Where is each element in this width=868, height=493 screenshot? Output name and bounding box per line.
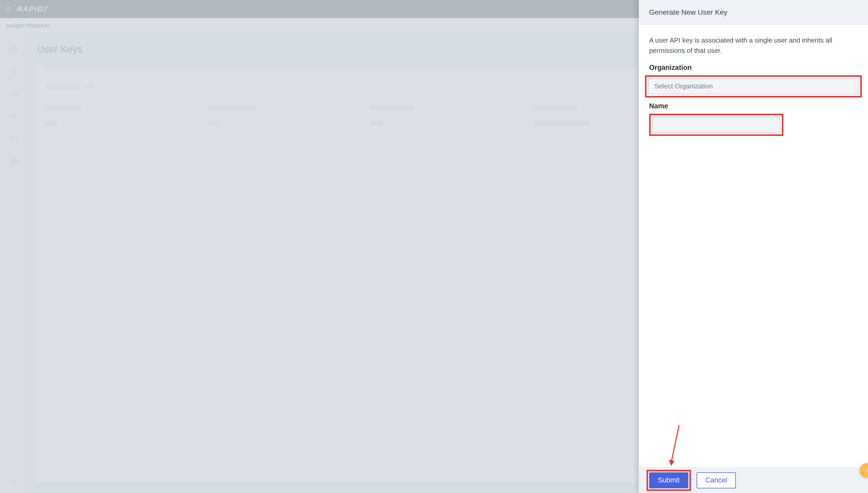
organization-label: Organization [649, 64, 858, 72]
generate-key-panel: Generate New User Key A user API key is … [639, 0, 868, 493]
name-input[interactable] [659, 117, 774, 132]
organization-select[interactable]: Select Organization [648, 78, 859, 94]
submit-button[interactable]: Submit [649, 472, 688, 488]
panel-footer: Submit Cancel [639, 467, 868, 493]
name-label: Name [649, 102, 858, 110]
help-bubble-text: i [866, 467, 868, 474]
panel-description: A user API key is associated with a sing… [649, 35, 858, 56]
cancel-button[interactable]: Cancel [697, 472, 736, 488]
name-input-wrapper [652, 117, 780, 133]
organization-placeholder: Select Organization [654, 82, 713, 90]
panel-title: Generate New User Key [639, 0, 868, 25]
